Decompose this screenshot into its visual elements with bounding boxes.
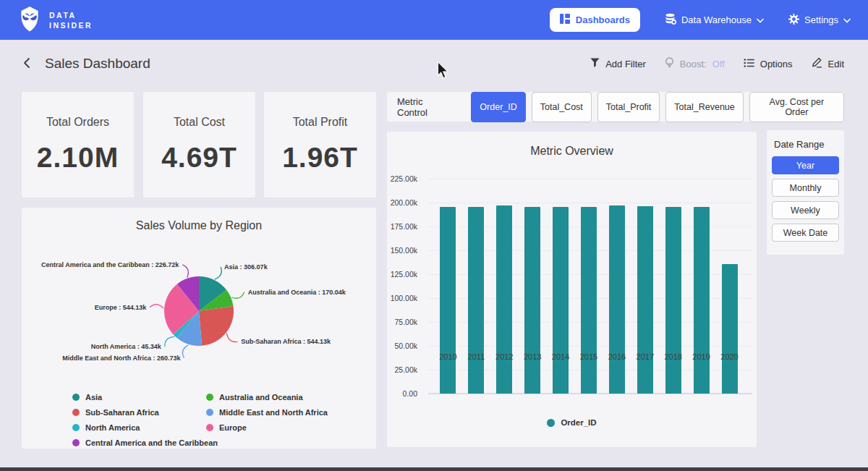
edit-button[interactable]: Edit xyxy=(812,57,844,70)
date-range-card: Date Range YearMonthlyWeeklyWeek Date xyxy=(767,130,844,255)
kpi-card-total-cost: Total Cost 4.69T xyxy=(143,92,255,198)
pie-legend-dot xyxy=(72,439,80,446)
pie-leader-line xyxy=(226,334,237,342)
bar-2020[interactable] xyxy=(722,264,738,394)
kpi-label: Total Profit xyxy=(293,116,348,129)
kpi-label: Total Orders xyxy=(46,116,109,129)
y-tick-label: 75.00k xyxy=(394,318,417,326)
pie-legend-label: Sub-Saharan Africa xyxy=(85,408,159,417)
pie-leader-line xyxy=(182,265,188,278)
pie-legend-item-north-america[interactable]: North America xyxy=(72,420,218,435)
x-tick-label-2018: 2018 xyxy=(659,352,687,361)
pie-legend-label: Asia xyxy=(85,393,102,402)
boost-rocket-icon xyxy=(665,57,674,70)
pie-legend-item-central-america-and-the-caribbean[interactable]: Central America and the Caribbean xyxy=(72,435,218,450)
bar-slot xyxy=(434,179,462,394)
pie-label-central-america-and-the-caribbean: Central America and the Caribbean : 226.… xyxy=(41,261,179,268)
pie-legend-dot xyxy=(72,394,80,401)
date-range-option-week-date[interactable]: Week Date xyxy=(772,224,839,242)
bars-container xyxy=(428,179,752,394)
bar-slot xyxy=(547,179,575,394)
kpi-card-total-orders: Total Orders 2.10M xyxy=(22,92,134,198)
pie-legend-item-asia[interactable]: Asia xyxy=(72,389,218,404)
pie-leader-line xyxy=(215,267,222,279)
database-icon xyxy=(665,13,676,27)
bar-2016[interactable] xyxy=(609,205,625,394)
metric-option-avg-cost-per-order[interactable]: Avg. Cost per Order xyxy=(749,92,844,122)
bar-2019[interactable] xyxy=(694,207,710,394)
options-button[interactable]: Options xyxy=(744,58,793,70)
metric-option-total-cost[interactable]: Total_Cost xyxy=(532,92,592,122)
pie-label-europe: Europe : 544.13k xyxy=(95,304,148,311)
pencil-icon xyxy=(812,57,822,70)
chevron-left-icon xyxy=(22,57,32,71)
filter-funnel-icon xyxy=(590,58,600,70)
y-tick-label: 150.00k xyxy=(391,246,417,255)
x-tick-label-2017: 2017 xyxy=(631,352,659,361)
pie-leader-line xyxy=(182,345,188,358)
pie-chart-title: Sales Volume by Region xyxy=(22,219,376,232)
pie-label-north-america: North America : 45.34k xyxy=(91,343,162,350)
kpi-value: 2.10M xyxy=(37,142,119,174)
pie-legend-item-sub-saharan-africa[interactable]: Sub-Saharan Africa xyxy=(72,404,218,420)
bar-2013[interactable] xyxy=(524,207,540,394)
boost-label: Boost: xyxy=(680,59,707,69)
kpi-card-total-profit: Total Profit 1.96T xyxy=(264,92,376,198)
pie-legend-item-europe[interactable]: Europe xyxy=(206,420,328,435)
pie-legend-dot xyxy=(206,424,213,431)
gear-icon xyxy=(788,14,799,27)
pie-legend-item-middle-east-and-north-africa[interactable]: Middle East and North Africa xyxy=(206,404,328,420)
x-tick-label-2013: 2013 xyxy=(519,352,547,361)
kpi-label: Total Cost xyxy=(174,116,225,129)
date-range-option-weekly[interactable]: Weekly xyxy=(772,201,839,219)
dashboards-button[interactable]: Dashboards xyxy=(550,8,640,32)
page-title: Sales Dashboard xyxy=(45,56,150,72)
kpi-value: 4.69T xyxy=(161,142,237,174)
add-filter-button[interactable]: Add Filter xyxy=(590,58,646,70)
bar-2011[interactable] xyxy=(468,207,484,394)
pie-label-middle-east-and-north-africa: Middle East and North Africa : 260.73k xyxy=(62,355,181,362)
boost-toggle[interactable]: Boost: Off xyxy=(665,57,725,70)
bar-chart-y-axis: 0.0025.00k50.00k75.00k100.00k125.00k150.… xyxy=(387,179,423,394)
bottom-edge-strip xyxy=(0,467,868,471)
date-range-option-monthly[interactable]: Monthly xyxy=(772,179,839,197)
pie-label-asia: Asia : 306.07k xyxy=(224,263,268,271)
dashboard-grid-icon xyxy=(560,14,570,26)
bar-slot xyxy=(490,179,519,394)
bar-slot xyxy=(519,179,547,394)
bar-2012[interactable] xyxy=(496,205,512,394)
pie-legend-column-1: AsiaSub-Saharan AfricaNorth AmericaCentr… xyxy=(72,389,218,450)
pie-legend-label: Europe xyxy=(219,423,247,432)
bar-2014[interactable] xyxy=(553,207,569,394)
brand-line2: INSIDER xyxy=(49,20,93,30)
bar-2015[interactable] xyxy=(581,207,597,394)
pie-legend-dot xyxy=(206,394,213,401)
y-tick-label: 200.00k xyxy=(391,198,417,207)
x-tick-label-2019: 2019 xyxy=(687,352,715,361)
pie-label-sub-saharan-africa: Sub-Saharan Africa : 544.13k xyxy=(241,338,331,345)
x-tick-label-2010: 2010 xyxy=(434,352,462,361)
data-warehouse-menu[interactable]: Data Warehouse xyxy=(665,13,764,27)
metric-option-order-id[interactable]: Order_ID xyxy=(471,92,525,122)
bar-2010[interactable] xyxy=(440,207,456,394)
x-tick-label-2012: 2012 xyxy=(490,352,519,361)
back-button[interactable] xyxy=(17,53,36,75)
pie-slice-sub-saharan-africa[interactable] xyxy=(199,306,234,346)
settings-menu[interactable]: Settings xyxy=(788,14,851,27)
sales-volume-pie-card: Sales Volume by Region Asia : 306.07kAus… xyxy=(22,208,376,449)
bar-2018[interactable] xyxy=(665,207,681,394)
bar-chart-x-axis: 2010201120122013201420152016201720182019… xyxy=(428,352,752,361)
bar-2017[interactable] xyxy=(637,206,653,394)
pie-legend-item-australia-and-oceania[interactable]: Australia and Oceania xyxy=(206,389,328,404)
metric-option-total-revenue[interactable]: Total_Revenue xyxy=(665,92,743,122)
bar-slot xyxy=(687,179,715,394)
metric-option-total-profit[interactable]: Total_Profit xyxy=(597,92,660,122)
metric-control-label: Metric Control xyxy=(397,96,455,118)
x-tick-label-2011: 2011 xyxy=(462,352,490,361)
bar-chart-legend[interactable]: Order_ID xyxy=(387,418,757,427)
date-range-option-year[interactable]: Year xyxy=(772,156,839,174)
brand[interactable]: DATA INSIDER xyxy=(17,5,93,35)
metric-control-options: Order_IDTotal_CostTotal_ProfitTotal_Reve… xyxy=(471,92,844,122)
y-tick-label: 175.00k xyxy=(391,222,417,231)
pie-chart: Asia : 306.07kAustralia and Oceania : 17… xyxy=(22,235,376,387)
